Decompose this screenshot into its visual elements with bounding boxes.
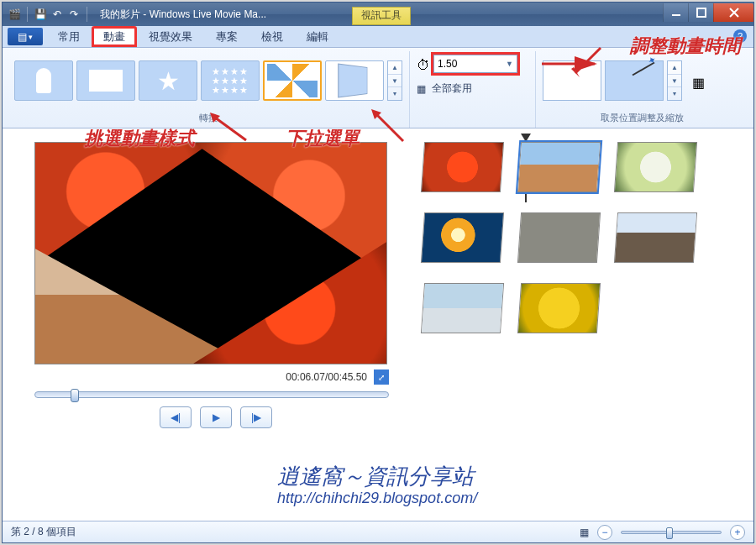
seek-thumb[interactable] [71, 389, 79, 402]
clip-7[interactable] [421, 283, 504, 333]
quick-access-toolbar: 🎬 💾 ↶ ↷ [3, 7, 95, 22]
time-display: 00:06.07/00:45.50 [286, 371, 367, 383]
svg-rect-1 [697, 8, 706, 17]
clip-3[interactable] [614, 142, 697, 192]
app-window: 🎬 💾 ↶ ↷ 我的影片 - Windows Live Movie Ma... … [2, 2, 754, 543]
transition-keyhole[interactable] [14, 60, 73, 101]
group-label-transitions: 轉換 [14, 110, 402, 128]
clip-8[interactable] [517, 283, 601, 333]
close-button[interactable] [713, 3, 753, 22]
seek-slider[interactable] [34, 391, 389, 398]
duration-input[interactable]: 1.50 ▼ [433, 55, 517, 73]
titlebar: 🎬 💾 ↶ ↷ 我的影片 - Windows Live Movie Ma... … [3, 3, 753, 26]
minimize-button[interactable] [663, 3, 688, 22]
next-frame-button[interactable]: |▶ [240, 406, 272, 428]
transition-perspective[interactable] [325, 60, 384, 101]
gallery-expand[interactable]: ▲ ▼ ▾ [387, 60, 402, 101]
redo-icon[interactable]: ↷ [67, 8, 81, 21]
ribbon: ★ ★★★★★★★★★★★★ ▲ ▼ ▾ 轉換 ⏱ 1. [3, 48, 753, 128]
zoom-out-button[interactable]: − [597, 525, 612, 540]
transition-pinwheel[interactable] [263, 60, 322, 101]
scroll-up-icon[interactable]: ▲ [388, 61, 402, 75]
storyboard[interactable] [414, 128, 753, 521]
tab-animations[interactable]: 動畫 [92, 26, 137, 47]
svg-rect-0 [672, 14, 680, 16]
clock-icon: ⏱ [417, 58, 428, 70]
statusbar: 第 2 / 8 個項目 ▦ − + [3, 521, 753, 542]
save-icon[interactable]: 💾 [34, 8, 47, 21]
group-label-panzoom: 取景位置調整及縮放 [543, 110, 742, 128]
menu-icon: ▤ [18, 31, 27, 43]
play-button[interactable]: ▶ [200, 406, 232, 428]
panzoom-expand[interactable]: ▲ ▼ ▾ [667, 60, 682, 101]
contextual-tab-video-tools[interactable]: 視訊工具 [352, 7, 411, 25]
clip-5[interactable] [517, 212, 601, 263]
playback-controls: ◀| ▶ |▶ [34, 406, 397, 428]
panzoom-auto[interactable] [605, 60, 664, 101]
file-menu[interactable]: ▤ ▾ [8, 28, 43, 45]
window-title: 我的影片 - Windows Live Movie Ma... [95, 8, 352, 22]
apply-all-icon: ▦ [417, 83, 428, 95]
zoom-in-button[interactable]: + [730, 525, 745, 540]
view-thumbnails-icon[interactable]: ▦ [580, 527, 589, 538]
tab-view[interactable]: 檢視 [249, 26, 295, 47]
group-duration: ⏱ 1.50 ▼ ▦ 全部套用 [410, 51, 536, 128]
clip-6[interactable] [614, 212, 697, 263]
window-controls [663, 3, 753, 22]
apply-all-panzoom-icon[interactable]: ▦ [692, 75, 704, 86]
zoom-slider[interactable] [621, 531, 722, 534]
undo-icon[interactable]: ↶ [50, 8, 64, 21]
tab-project[interactable]: 專案 [204, 26, 249, 47]
transitions-gallery: ★ ★★★★★★★★★★★★ ▲ ▼ ▾ [14, 60, 402, 101]
group-panzoom: ▲ ▼ ▾ ▦ 取景位置調整及縮放 [536, 51, 748, 128]
transition-rectangle[interactable] [76, 60, 135, 101]
tab-edit[interactable]: 編輯 [295, 26, 340, 47]
transition-star[interactable]: ★ [139, 60, 197, 101]
preview-monitor [34, 142, 387, 364]
app-icon: 🎬 [8, 8, 21, 21]
item-counter: 第 2 / 8 個項目 [11, 525, 76, 539]
prev-frame-button[interactable]: ◀| [160, 406, 192, 428]
ribbon-tabs: ▤ ▾ 常用 動畫 視覺效果 專案 檢視 編輯 ? [3, 26, 753, 48]
clip-4[interactable] [421, 212, 504, 263]
transition-multistar[interactable]: ★★★★★★★★★★★★ [201, 60, 260, 101]
dropdown-icon[interactable]: ▼ [506, 60, 513, 68]
content-area: 00:06.07/00:45.50 ⤢ ◀| ▶ |▶ [3, 128, 753, 521]
apply-to-all-button[interactable]: ▦ 全部套用 [417, 81, 472, 96]
scroll-down-icon[interactable]: ▼ [668, 75, 681, 88]
fullscreen-icon[interactable]: ⤢ [374, 369, 389, 385]
scroll-up-icon[interactable]: ▲ [668, 61, 681, 75]
clip-2[interactable] [517, 142, 601, 192]
tab-home[interactable]: 常用 [46, 26, 92, 47]
scroll-down-icon[interactable]: ▼ [388, 75, 402, 88]
clip-1[interactable] [421, 142, 504, 192]
panzoom-gallery: ▲ ▼ ▾ [543, 60, 682, 101]
tab-visual-effects[interactable]: 視覺效果 [137, 26, 204, 47]
group-transitions: ★ ★★★★★★★★★★★★ ▲ ▼ ▾ 轉換 [8, 51, 410, 128]
zoom-thumb[interactable] [666, 527, 673, 539]
help-icon[interactable]: ? [733, 29, 747, 43]
dropdown-icon[interactable]: ▾ [388, 87, 402, 100]
preview-pane: 00:06.07/00:45.50 ⤢ ◀| ▶ |▶ [3, 128, 414, 521]
maximize-button[interactable] [688, 3, 713, 22]
dropdown-icon[interactable]: ▾ [668, 87, 681, 100]
panzoom-none[interactable] [543, 60, 601, 101]
